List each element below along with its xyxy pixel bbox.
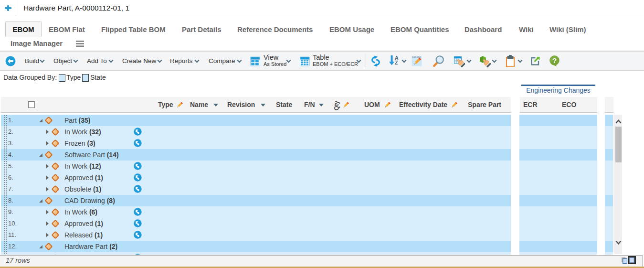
svg-text:?: ? [552,56,557,64]
svg-text:Z: Z [395,60,398,65]
